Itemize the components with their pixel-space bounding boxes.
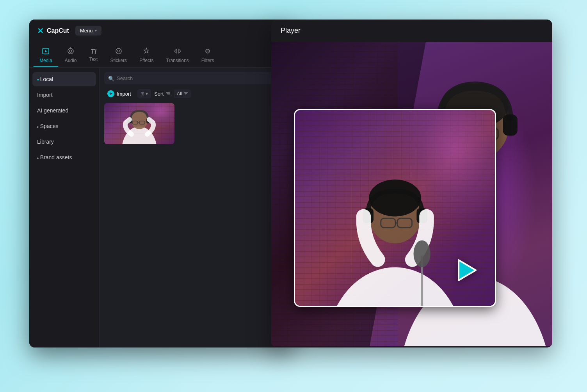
content-area: LocalImportAI generatedSpacesLibraryBran… [29,68,291,347]
svg-point-5 [116,48,121,54]
media-toolbar: + Import ⊞ ▾ Sort All [104,88,286,99]
search-icon: 🔍 [108,75,114,81]
effects-icon [142,47,150,56]
text-icon: TI [91,48,96,55]
svg-point-2 [68,48,73,54]
sidebar-item-import[interactable]: Import [32,88,96,102]
tab-transitions-label: Transitions [166,58,189,63]
player-content [271,42,552,346]
filter-button[interactable]: All [174,89,191,98]
toolbar: Media Audio TI Text [29,42,291,68]
tab-stickers[interactable]: Stickers [104,45,133,67]
sidebar: LocalImportAI generatedSpacesLibraryBran… [29,68,100,347]
search-wrapper: 🔍 [104,72,286,84]
transitions-icon [174,47,181,56]
sort-button[interactable]: Sort [154,91,171,97]
media-icon [42,47,50,56]
svg-point-3 [69,50,72,52]
app-name: CapCut [47,27,69,34]
tab-text-label: Text [89,57,98,62]
audio-icon [67,47,75,56]
tab-stickers-label: Stickers [110,58,127,63]
tab-filters[interactable]: Filters [195,45,221,67]
sidebar-item-brand_assets[interactable]: Brand assets [32,150,96,164]
svg-rect-29 [503,114,518,135]
filter-label: All [177,91,182,96]
import-button[interactable]: + Import [104,88,134,99]
app-header: ✕ CapCut Menu [29,20,291,42]
tab-media[interactable]: Media [33,45,59,67]
main-editor-window: ✕ CapCut Menu Media [29,20,291,347]
menu-button[interactable]: Menu [75,26,102,36]
preview-video[interactable] [294,109,496,307]
sort-label: Sort [154,91,164,97]
search-input[interactable] [104,72,286,84]
import-label: Import [117,91,131,97]
tab-audio[interactable]: Audio [59,45,83,67]
tab-transitions[interactable]: Transitions [160,45,195,67]
sidebar-item-ai_generated[interactable]: AI generated [32,103,96,118]
tab-effects-label: Effects [139,58,153,63]
tab-text[interactable]: TI Text [83,46,104,66]
logo-icon: ✕ [37,26,44,36]
svg-point-30 [326,267,464,306]
filters-icon [204,47,212,56]
player-window: Player [271,20,552,347]
media-panel: 🔍 + Import ⊞ ▾ Sort [100,68,291,347]
tab-effects[interactable]: Effects [133,45,160,67]
svg-point-7 [119,50,120,51]
sidebar-item-spaces[interactable]: Spaces [32,119,96,133]
view-toggle-button[interactable]: ⊞ ▾ [137,89,151,98]
tab-media-label: Media [39,58,52,63]
svg-point-39 [413,240,430,267]
tab-audio-label: Audio [65,58,77,63]
tab-filters-label: Filters [201,58,214,63]
media-thumbnail[interactable] [104,103,174,144]
stickers-icon [115,47,123,56]
sidebar-item-local[interactable]: Local [32,72,96,86]
svg-point-6 [117,50,118,51]
player-title: Player [271,20,552,42]
media-grid [104,103,286,144]
app-logo: ✕ CapCut [37,26,69,36]
svg-marker-1 [45,50,47,52]
svg-marker-40 [459,260,476,280]
import-plus-icon: + [107,90,114,97]
sidebar-item-library[interactable]: Library [32,135,96,149]
play-cursor-icon [455,258,479,282]
